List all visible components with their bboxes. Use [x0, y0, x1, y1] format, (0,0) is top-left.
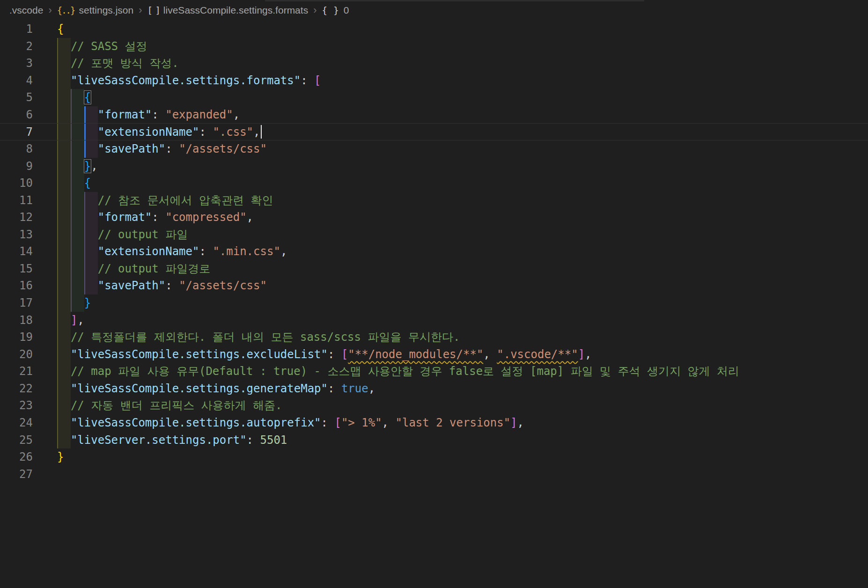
line-number[interactable]: 16: [0, 277, 33, 294]
code-line[interactable]: 24 "liveSassCompile.settings.autoprefix"…: [0, 414, 868, 432]
code-token: }: [57, 450, 64, 463]
line-number[interactable]: 26: [0, 448, 33, 466]
code-content: "liveSassCompile.settings.autoprefix": […: [33, 414, 868, 432]
line-number[interactable]: 5: [0, 89, 33, 106]
code-token: :: [165, 142, 179, 155]
code-token: // 자동 밴더 프리픽스 사용하게 해줌.: [71, 399, 282, 412]
line-number[interactable]: 14: [0, 243, 33, 260]
code-token: "format": [98, 108, 152, 121]
code-line[interactable]: 26}: [0, 448, 868, 466]
code-line[interactable]: 20 "liveSassCompile.settings.excludeList…: [0, 346, 868, 363]
code-token: [: [334, 416, 341, 429]
code-line[interactable]: 22 "liveSassCompile.settings.generateMap…: [0, 380, 868, 397]
indent-guide: [71, 277, 84, 294]
code-line[interactable]: 2 // SASS 설정: [0, 38, 868, 55]
code-token: :: [328, 348, 341, 361]
line-number[interactable]: 25: [0, 432, 33, 449]
code-line[interactable]: 15 // output 파일경로: [0, 260, 868, 278]
indent-guide: [84, 226, 98, 243]
code-line[interactable]: 10 {: [0, 175, 868, 192]
code-line[interactable]: 25 "liveServer.settings.port": 5501: [0, 432, 868, 449]
code-line[interactable]: 13 // output 파일: [0, 226, 868, 243]
breadcrumb-item-folder[interactable]: .vscode: [9, 5, 43, 16]
line-number[interactable]: 3: [0, 55, 33, 72]
code-token: ,: [233, 108, 240, 121]
code-token: ]: [510, 416, 517, 429]
breadcrumb-item-file[interactable]: settings.json: [79, 5, 133, 16]
code-line[interactable]: 9 },: [0, 158, 868, 175]
line-number[interactable]: 4: [0, 72, 33, 89]
line-number[interactable]: 17: [0, 294, 33, 312]
code-line[interactable]: 23 // 자동 밴더 프리픽스 사용하게 해줌.: [0, 397, 868, 414]
code-content: "liveSassCompile.settings.excludeList": …: [33, 346, 868, 363]
line-number[interactable]: 19: [0, 329, 33, 346]
code-token: ".css": [213, 125, 253, 139]
line-number[interactable]: 24: [0, 414, 33, 432]
line-number[interactable]: 15: [0, 260, 33, 278]
indent-guide: [57, 175, 71, 192]
indent-guide: [57, 226, 71, 243]
code-token: ,: [483, 348, 497, 361]
code-content: {: [33, 89, 868, 106]
line-number[interactable]: 10: [0, 175, 33, 192]
line-number[interactable]: 1: [0, 21, 33, 38]
line-number[interactable]: 9: [0, 158, 33, 175]
code-line[interactable]: 16 "savePath": "/assets/css": [0, 277, 868, 294]
code-line[interactable]: 14 "extensionName": ".min.css",: [0, 243, 868, 260]
code-content: {: [33, 175, 868, 192]
indent-guide: [57, 243, 71, 260]
breadcrumb-item-symbol[interactable]: liveSassCompile.settings.formats: [163, 5, 308, 16]
code-line[interactable]: 4 "liveSassCompile.settings.formats": [: [0, 72, 868, 89]
line-number[interactable]: 21: [0, 363, 33, 380]
code-line[interactable]: 1{: [0, 21, 868, 38]
indent-guide: [57, 38, 71, 55]
tab-bar-edge: [265, 0, 644, 1]
line-number[interactable]: 12: [0, 209, 33, 226]
code-token: "**/node_modules/**": [348, 348, 483, 361]
line-number[interactable]: 7: [0, 124, 33, 140]
code-line[interactable]: 17 }: [0, 294, 868, 312]
indent-guide: [57, 89, 71, 106]
line-number[interactable]: 13: [0, 226, 33, 243]
chevron-right-icon: ›: [313, 4, 316, 16]
code-token: }: [84, 296, 91, 309]
code-line[interactable]: 19 // 특정폴더를 제외한다. 폴더 내의 모든 sass/scss 파일을…: [0, 329, 868, 346]
line-number[interactable]: 11: [0, 192, 33, 209]
code-line[interactable]: 7 "extensionName": ".css",: [0, 123, 868, 140]
code-token: "format": [98, 211, 152, 224]
code-token: "> 1%": [341, 416, 382, 429]
indent-guide: [57, 346, 71, 363]
code-line[interactable]: 5 {: [0, 89, 868, 106]
line-number[interactable]: 27: [0, 466, 33, 483]
code-line[interactable]: 18 ],: [0, 312, 868, 329]
code-content: "extensionName": ".css",: [33, 124, 868, 140]
code-token: }: [84, 160, 91, 173]
code-line[interactable]: 6 "format": "expanded",: [0, 106, 868, 124]
code-content: // 포맷 방식 작성.: [33, 55, 868, 72]
code-line[interactable]: 11 // 참조 문서에서 압축관련 확인: [0, 192, 868, 209]
code-line[interactable]: 21 // map 파일 사용 유무(Default : true) - 소스맵…: [0, 363, 868, 380]
code-lines: 1{2 // SASS 설정3 // 포맷 방식 작성.4 "liveSassC…: [0, 21, 868, 483]
line-number[interactable]: 20: [0, 346, 33, 363]
code-line[interactable]: 27: [0, 466, 868, 483]
code-token: ,: [368, 382, 375, 395]
line-number[interactable]: 8: [0, 140, 33, 158]
line-number[interactable]: 6: [0, 106, 33, 124]
line-number[interactable]: 23: [0, 397, 33, 414]
json-file-icon: {..}: [57, 5, 75, 15]
code-token: :: [199, 125, 213, 139]
code-line[interactable]: 3 // 포맷 방식 작성.: [0, 55, 868, 72]
line-number[interactable]: 2: [0, 38, 33, 55]
code-token: [: [314, 74, 321, 87]
code-token: {: [84, 176, 91, 190]
code-token: // map 파일 사용 유무(Default : true) - 소스맵 사용…: [71, 365, 739, 378]
line-number[interactable]: 18: [0, 312, 33, 329]
editor[interactable]: 1{2 // SASS 설정3 // 포맷 방식 작성.4 "liveSassC…: [0, 21, 868, 588]
line-number[interactable]: 22: [0, 380, 33, 397]
indent-guide: [57, 414, 71, 432]
code-line[interactable]: 8 "savePath": "/assets/css": [0, 140, 868, 158]
breadcrumb-item-index[interactable]: 0: [344, 5, 349, 16]
code-line[interactable]: 12 "format": "compressed",: [0, 209, 868, 226]
indent-guide: [84, 140, 98, 158]
code-token: "expanded": [165, 108, 233, 121]
